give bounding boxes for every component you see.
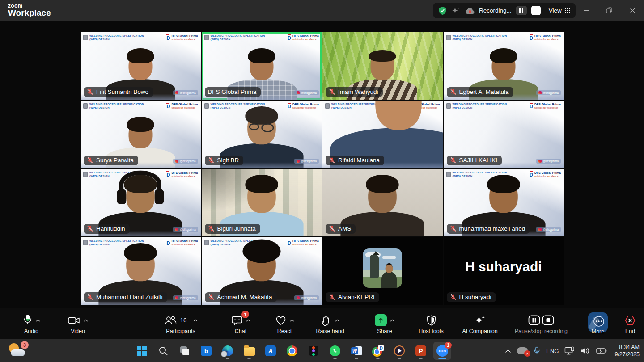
figma-button[interactable] [305,342,322,360]
sparkle-icon [474,315,486,326]
chat-button[interactable]: 1 Chat [220,310,261,337]
social-handle-badge: @dfsgprima [173,227,198,232]
brand-workplace: Workplace [8,8,51,17]
participant-nametag: muhammad maxell aned [447,224,530,234]
meeting-stage: WELDING PROCEDURE SPESIFICATION(WPS) DES… [0,21,644,308]
video-tile-sajili-kaliki[interactable]: WELDING PROCEDURE SPESIFICATION(WPS) DES… [444,101,564,168]
instagram-icon [175,160,178,163]
start-button[interactable] [133,342,151,360]
raised-hand-icon [321,315,332,326]
muted-mic-icon [450,225,457,232]
chevron-up-icon[interactable] [335,319,339,322]
language-indicator[interactable]: ENG [546,348,559,354]
whatsapp-button[interactable] [326,342,344,360]
chrome-dfs-profile-button[interactable]: D [369,342,387,360]
react-button[interactable]: React [266,310,303,337]
video-tile-biguri-junnata[interactable]: Biguri Junnata [202,169,322,236]
network-device-icon[interactable] [564,346,575,355]
participant-nametag: Achmad M. Makatita [205,292,277,302]
close-button[interactable] [621,0,644,21]
participants-button[interactable]: 16 Participants [151,310,210,337]
dfs-logo-icon: D [530,34,533,41]
mail-app-button[interactable]: b [197,342,215,360]
collab-app-button[interactable]: A [262,342,280,360]
onedrive-error-icon[interactable] [517,347,528,354]
chevron-up-icon[interactable] [84,319,88,322]
edge-browser-button[interactable] [219,342,237,360]
task-view-button[interactable] [176,342,194,360]
audio-button[interactable]: Audio [11,310,52,337]
instagram-icon [175,296,178,299]
powerpoint-button[interactable]: P [412,342,430,360]
windows-logo-icon [137,346,147,356]
video-button[interactable]: Video [57,310,98,337]
gallery-grid: WELDING PROCEDURE SPESIFICATION(WPS) DES… [80,32,564,305]
video-tile-egbert-matatula[interactable]: WELDING PROCEDURE SPESIFICATION(WPS) DES… [444,32,564,100]
host-tools-button[interactable]: Host tools [410,310,453,337]
chevron-up-icon[interactable] [193,319,198,322]
word-button[interactable]: W [347,342,365,360]
view-button[interactable]: View [549,7,570,14]
video-tile-hanifuddin[interactable]: WELDING PROCEDURE SPESIFICATION(WPS) DES… [80,169,201,236]
chevron-up-icon[interactable] [246,319,250,322]
ai-sparkle-icon[interactable] [451,6,460,15]
social-handle-badge: @dfsgprima [173,159,198,164]
video-tile-alvian-kepri[interactable]: Alvian-KEPRI [322,237,443,305]
taskbar-app-icons: b A W D P zoom1 [133,342,451,360]
video-tile-achmad-makatita[interactable]: WELDING PROCEDURE SPESIFICATION(WPS) DES… [202,237,322,305]
tray-mic-icon[interactable] [534,346,540,356]
taskbar-weather-widget[interactable]: 3 [8,342,29,359]
video-tile-dfs-global-prima[interactable]: WELDING PROCEDURE SPESIFICATION(WPS) DES… [202,32,322,100]
speaker-icon[interactable] [580,347,590,355]
video-tile-imam-wahyudi[interactable]: Imam Wahyudi [322,32,443,100]
pause-stop-recording-button[interactable]: Pause/stop recording [507,310,575,337]
taskbar-clock[interactable]: 8:34 AM 9/27/2025 [614,344,640,358]
collab-app-icon: A [265,345,276,356]
minimize-button[interactable] [574,0,597,21]
search-button[interactable] [154,342,172,360]
stop-recording-button[interactable] [531,6,541,15]
chat-icon [231,315,243,326]
end-meeting-button[interactable]: End [614,310,644,337]
chevron-up-icon[interactable] [36,319,40,322]
social-handle-badge: @dfsgprima [294,159,319,164]
raise-hand-button[interactable]: Raise hand [307,310,353,337]
instagram-icon [175,91,178,94]
participant-nametag: Sigit BR [205,156,244,165]
pause-recording-button[interactable] [516,6,527,15]
muted-mic-icon [87,225,93,232]
date-label: 9/27/2025 [614,351,640,358]
zoom-app-button[interactable]: zoom1 [433,342,451,360]
share-button[interactable]: Share [363,310,406,337]
wps-emblem-icon [83,240,88,245]
video-tile-rifaldi-maulana[interactable]: WELDING PROCEDURE SPESIFICATION(WPS) DES… [322,101,443,168]
instagram-icon [175,228,178,231]
powerpoint-icon: P [415,345,426,356]
video-tile-h-suharyadi[interactable]: H suharyadi H suharyadi [444,237,564,305]
chrome-button[interactable] [283,342,301,360]
video-tile-muhammad-maxell-aned[interactable]: WELDING PROCEDURE SPESIFICATION(WPS) DES… [444,169,564,236]
security-shield-icon[interactable] [438,6,447,15]
video-tile-ams[interactable]: AMS [322,169,443,236]
chrome-dfs-icon: D [372,345,384,357]
participants-icon [164,315,177,326]
battery-charging-icon[interactable] [596,348,607,354]
ai-companion-button[interactable]: AI Companion [455,310,504,337]
social-handle-badge: @dfsgprima [173,295,198,300]
video-tile-sigit-br[interactable]: WELDING PROCEDURE SPESIFICATION(WPS) DES… [202,101,322,168]
participant-nametag: Rifaldi Maulana [326,156,384,165]
pause-recording-icon[interactable] [528,315,540,325]
media-player-button[interactable] [390,342,408,360]
stop-recording-icon[interactable] [542,315,554,325]
tray-chevron-up-icon[interactable] [505,349,511,353]
video-tile-muhammad-hanif-zulkifli[interactable]: WELDING PROCEDURE SPESIFICATION(WPS) DES… [80,237,201,305]
chevron-up-icon[interactable] [290,319,294,322]
chevron-up-icon[interactable] [390,319,394,322]
restore-button[interactable] [597,0,621,21]
video-tile-surya-parwita[interactable]: WELDING PROCEDURE SPESIFICATION(WPS) DES… [80,101,201,168]
file-explorer-button[interactable] [240,342,258,360]
video-tile-fifit-sumantri-bowo[interactable]: WELDING PROCEDURE SPESIFICATION(WPS) DES… [80,32,201,100]
more-button[interactable]: More [581,310,614,337]
muted-mic-icon [329,225,335,232]
social-handle-badge: @dfsgprima [536,227,561,232]
